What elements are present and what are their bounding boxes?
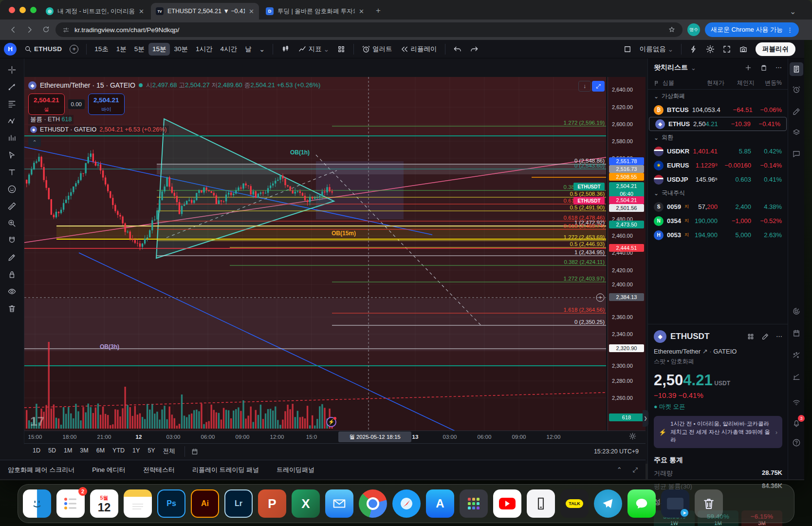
bottom-tab-3[interactable]: 리플레이 트레이딩 패널: [192, 466, 259, 474]
more-menu-icon[interactable]: ⋯: [776, 333, 782, 340]
user-avatar[interactable]: H: [0, 41, 20, 57]
dock-youtube[interactable]: [493, 489, 521, 518]
bottom-tab-4[interactable]: 트레이딩패널: [277, 466, 314, 474]
dock-media-app[interactable]: ➤: [661, 489, 689, 518]
timeframe-15초[interactable]: 15초: [91, 43, 112, 56]
bottom-tab-0[interactable]: 암호화폐 페어 스크리너: [8, 466, 74, 474]
go-to-date-icon[interactable]: [191, 448, 199, 455]
watchlist-title[interactable]: 왓치리스트: [654, 63, 688, 72]
tab-search-chevron-icon[interactable]: ⌄: [790, 7, 796, 16]
news-banner[interactable]: ⚡ 1시간 전 • 이더리움, 알리바바·코카콜라 제치고 전 세계 자산 시가…: [654, 416, 782, 448]
col-change[interactable]: 체인지: [724, 79, 755, 87]
eye-tool-icon[interactable]: [4, 285, 20, 298]
dock-powerpoint[interactable]: P: [258, 489, 286, 518]
notes-icon[interactable]: [790, 105, 803, 118]
dock-excel[interactable]: X: [292, 489, 320, 518]
arrow-tool-icon[interactable]: [4, 149, 20, 161]
buy-button[interactable]: 2,504.21 바이: [88, 94, 125, 115]
col-pct[interactable]: 변동%: [755, 79, 782, 87]
layers-icon[interactable]: [790, 126, 803, 139]
dock-finder[interactable]: [23, 489, 51, 518]
chart-style-icon[interactable]: [277, 42, 294, 56]
add-symbol-icon[interactable]: [744, 64, 752, 72]
magnet-tool-icon[interactable]: [4, 234, 20, 246]
new-tab-button[interactable]: +: [376, 6, 381, 16]
dock-chrome[interactable]: [359, 489, 387, 518]
url-text[interactable]: kr.tradingview.com/chart/Pe9Ndkqp/: [74, 26, 179, 34]
clock-utc[interactable]: 15:23:20 UTC+9: [594, 448, 646, 455]
streams-icon[interactable]: [790, 395, 803, 409]
timeframe-5분[interactable]: 5분: [130, 43, 148, 56]
chart-legend[interactable]: ◆ Ethereum/Tether · 15 · GATEIO 시2,497.6…: [28, 81, 320, 90]
watchlist-group-국내주식[interactable]: ⌄국내주식: [648, 187, 788, 200]
watchlist-row-0059[interactable]: S0059지57,2002,4004.38%: [648, 200, 788, 214]
publish-button[interactable]: 퍼블리쉬: [752, 40, 799, 58]
zoom-tool-icon[interactable]: [4, 217, 20, 229]
watchlist-row-EURUS[interactable]: ✶EURUS1.1229⁹−0.00160−0.14%: [648, 158, 788, 172]
sell-button[interactable]: 2,504.21 셀: [28, 94, 65, 115]
dock-notes[interactable]: [124, 489, 152, 518]
watchlist-row-0354[interactable]: N0354지190,000−1,000−0.52%: [648, 214, 788, 228]
slope-icon[interactable]: [790, 370, 803, 384]
range-1Y[interactable]: 1Y: [129, 446, 143, 457]
dock-iphone-mirroring[interactable]: [527, 489, 555, 518]
col-symbol[interactable]: 심볼: [663, 79, 674, 87]
watchlist-row-USDJP[interactable]: USDJP145.96⁵0.6030.41%: [648, 172, 788, 187]
alert-button[interactable]: 얼러트: [358, 43, 396, 56]
minimize-window-button[interactable]: [19, 7, 26, 13]
range-5Y[interactable]: 5Y: [144, 446, 158, 457]
legend-title[interactable]: Ethereum/Tether · 15 · GATEIO: [40, 81, 135, 89]
maximize-pane-icon[interactable]: ⤢: [592, 81, 605, 92]
close-window-button[interactable]: [9, 7, 15, 13]
snapshot-camera-icon[interactable]: [735, 43, 752, 56]
fib-tool-icon[interactable]: [4, 97, 20, 110]
timeframe-날[interactable]: 날: [241, 43, 256, 56]
dock-mail[interactable]: [325, 489, 353, 518]
tab-close-icon[interactable]: ✕: [359, 8, 364, 15]
bottom-tab-2[interactable]: 전략테스터: [143, 466, 175, 474]
chart-canvas[interactable]: 1.272 (2,596.19)0 (2,548.86)0 (2,543.60)…: [24, 77, 606, 431]
dock-kakaotalk[interactable]: TALK: [560, 489, 589, 518]
timeframe-4시간[interactable]: 4시간: [216, 43, 241, 56]
range-1D[interactable]: 1D: [29, 446, 44, 457]
range-YTD[interactable]: YTD: [109, 446, 128, 457]
volume-legend[interactable]: 볼륨 · ETH 618: [28, 115, 74, 124]
scatter-icon[interactable]: [790, 348, 803, 362]
text-tool-icon[interactable]: [4, 166, 20, 178]
dock-photoshop[interactable]: Ps: [157, 489, 185, 518]
watchlist-menu-icon[interactable]: ⋯: [775, 64, 782, 72]
range-전체[interactable]: 전체: [160, 446, 179, 457]
undo-icon[interactable]: [449, 43, 466, 56]
layout-grid-icon[interactable]: [747, 333, 755, 340]
calendar-icon[interactable]: [790, 326, 803, 340]
browser-tab-0[interactable]: ◎내 계정 - 비트코인, 이더리움 매매✕: [41, 3, 149, 19]
radar-icon[interactable]: [790, 304, 803, 318]
emoji-tool-icon[interactable]: [4, 183, 20, 195]
watchlist-row-0053[interactable]: H0053지194,9005,0002.63%: [648, 228, 788, 242]
dock-calendar[interactable]: 5월12: [90, 489, 118, 518]
scroll-to-recent-icon[interactable]: ↓: [578, 81, 591, 92]
dock-safari[interactable]: [392, 489, 421, 518]
timeframe-1시간[interactable]: 1시간: [192, 43, 217, 56]
indicators-button[interactable]: 지표⌄: [294, 43, 333, 56]
ruler-tool-icon[interactable]: [4, 200, 20, 212]
dock-appstore[interactable]: A: [426, 489, 454, 518]
axis-settings-gear-icon[interactable]: [629, 432, 636, 440]
redo-icon[interactable]: [466, 43, 482, 56]
bottom-tab-1[interactable]: Pine 에디터: [92, 466, 126, 474]
watchlist-group-외환[interactable]: ⌄외환: [648, 131, 788, 144]
crosshair-tool-icon[interactable]: [4, 63, 20, 76]
range-5D[interactable]: 5D: [45, 446, 59, 457]
replay-button[interactable]: 리플레이: [396, 43, 441, 56]
add-symbol-compare-icon[interactable]: +: [66, 43, 82, 56]
chrome-update-button[interactable]: 새로운 Chrome 사용 가능 ⋮: [705, 22, 799, 37]
layout-select-icon[interactable]: [619, 43, 636, 56]
dock-reminders[interactable]: 2: [56, 489, 85, 518]
dock-illustrator[interactable]: Ai: [191, 489, 219, 518]
help-icon[interactable]: [790, 436, 803, 450]
watchlist-flame-icon[interactable]: [760, 64, 768, 72]
timeframe-30분[interactable]: 30분: [170, 43, 192, 56]
pattern-tool-icon[interactable]: [4, 114, 20, 127]
panel-expand-icon[interactable]: ⤢: [633, 466, 638, 474]
back-icon[interactable]: [9, 25, 18, 34]
